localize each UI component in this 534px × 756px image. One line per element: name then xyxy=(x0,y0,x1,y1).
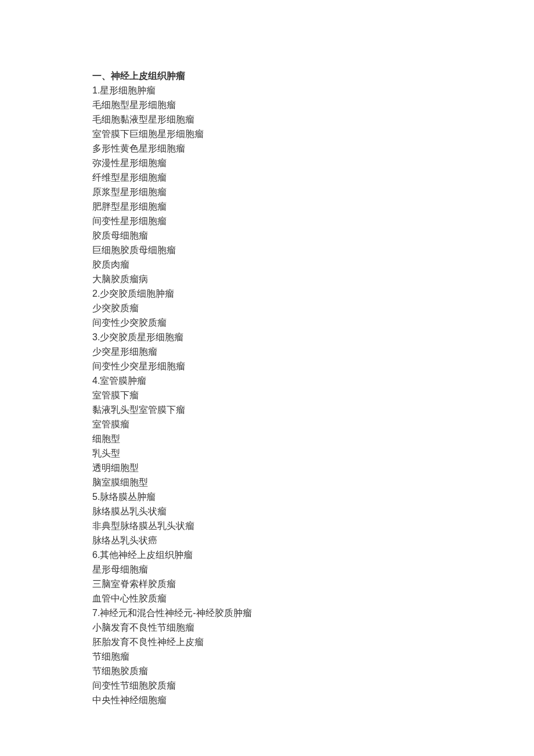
section-header: 1.星形细胞肿瘤 xyxy=(92,83,534,98)
list-item: 大脑胶质瘤病 xyxy=(92,272,534,286)
list-item: 中央性神经细胞瘤 xyxy=(92,693,534,707)
section-number: 6. xyxy=(92,550,100,560)
section-title: 星形细胞肿瘤 xyxy=(100,85,156,95)
list-item: 少突胶质瘤 xyxy=(92,301,534,315)
section-title-post: 神经胶质肿瘤 xyxy=(196,608,252,618)
section-number: 3. xyxy=(92,332,100,342)
list-item: 肥胖型星形细胞瘤 xyxy=(92,199,534,214)
section-header: 4.室管膜肿瘤 xyxy=(92,373,534,388)
list-item: 脉络膜丛乳头状瘤 xyxy=(92,504,534,519)
list-item: 黏液乳头型室管膜下瘤 xyxy=(92,402,534,417)
list-item: 原浆型星形细胞瘤 xyxy=(92,185,534,199)
list-item: 细胞型 xyxy=(92,431,534,446)
section-number: 5. xyxy=(92,492,100,502)
section-number: 4. xyxy=(92,376,100,386)
list-item: 毛细胞型星形细胞瘤 xyxy=(92,98,534,112)
section-header: 3.少突胶质星形细胞瘤 xyxy=(92,330,534,344)
list-item: 乳头型 xyxy=(92,446,534,460)
list-item: 间变性节细胞胶质瘤 xyxy=(92,678,534,693)
list-item: 脉络丛乳头状癌 xyxy=(92,533,534,548)
list-item: 毛细胞黏液型星形细胞瘤 xyxy=(92,112,534,127)
list-item: 胶质肉瘤 xyxy=(92,257,534,272)
document-content: 一、神经上皮组织肿瘤 1.星形细胞肿瘤毛细胞型星形细胞瘤毛细胞黏液型星形细胞瘤室… xyxy=(92,69,534,707)
list-item: 胶质母细胞瘤 xyxy=(92,228,534,243)
section-title: 室管膜肿瘤 xyxy=(100,376,146,386)
list-item: 间变性少突星形细胞瘤 xyxy=(92,359,534,373)
main-heading: 一、神经上皮组织肿瘤 xyxy=(92,69,534,83)
list-item: 血管中心性胶质瘤 xyxy=(92,591,534,606)
list-item: 三脑室脊索样胶质瘤 xyxy=(92,577,534,591)
section-number: 1. xyxy=(92,85,100,95)
section-title: 少突胶质星形细胞瘤 xyxy=(100,332,183,342)
list-item: 透明细胞型 xyxy=(92,460,534,475)
list-item: 星形母细胞瘤 xyxy=(92,562,534,577)
section-header: 6.其他神经上皮组织肿瘤 xyxy=(92,548,534,562)
list-item: 小脑发育不良性节细胞瘤 xyxy=(92,620,534,635)
list-item: 非典型脉络膜丛乳头状瘤 xyxy=(92,519,534,533)
list-item: 室管膜下巨细胞星形细胞瘤 xyxy=(92,127,534,141)
section-title-pre: 神经元和混合性神经元 xyxy=(100,608,193,618)
list-item: 弥漫性星形细胞瘤 xyxy=(92,156,534,170)
list-item: 少突星形细胞瘤 xyxy=(92,344,534,359)
list-item: 脑室膜细胞型 xyxy=(92,475,534,489)
list-item: 纤维型星形细胞瘤 xyxy=(92,170,534,185)
list-item: 节细胞胶质瘤 xyxy=(92,664,534,678)
section-title: 脉络膜丛肿瘤 xyxy=(100,492,156,502)
list-item: 室管膜瘤 xyxy=(92,417,534,431)
section-title: 少突胶质细胞肿瘤 xyxy=(100,289,174,298)
list-item: 多形性黄色星形细胞瘤 xyxy=(92,141,534,156)
list-item: 室管膜下瘤 xyxy=(92,388,534,402)
list-item: 巨细胞胶质母细胞瘤 xyxy=(92,243,534,257)
section-number: 7. xyxy=(92,608,100,618)
section-number: 2. xyxy=(92,289,100,298)
section-title: 其他神经上皮组织肿瘤 xyxy=(100,550,193,560)
section-header: 7.神经元和混合性神经元-神经胶质肿瘤 xyxy=(92,606,534,620)
list-item: 间变性少突胶质瘤 xyxy=(92,315,534,330)
section-header: 5.脉络膜丛肿瘤 xyxy=(92,489,534,504)
section-header: 2.少突胶质细胞肿瘤 xyxy=(92,286,534,301)
list-item: 胚胎发育不良性神经上皮瘤 xyxy=(92,635,534,649)
list-item: 节细胞瘤 xyxy=(92,649,534,664)
list-item: 间变性星形细胞瘤 xyxy=(92,214,534,228)
